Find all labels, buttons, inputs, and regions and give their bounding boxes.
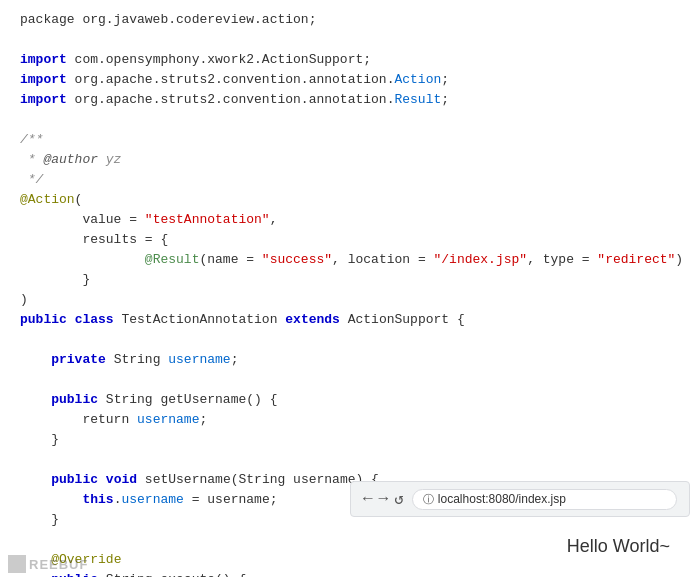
token: public xyxy=(51,392,98,407)
token: ; xyxy=(441,92,449,107)
token: String execute() { xyxy=(98,572,246,577)
token: , location = xyxy=(332,252,433,267)
back-button[interactable]: ← xyxy=(363,490,373,508)
token: import xyxy=(20,92,67,107)
token: "/index.jsp" xyxy=(434,252,528,267)
token: username xyxy=(168,352,230,367)
token: @Result xyxy=(145,252,200,267)
code-content: } xyxy=(20,270,680,290)
token: , xyxy=(270,212,278,227)
token: org.apache.struts2.convention.annotation… xyxy=(67,72,395,87)
code-line: import com.opensymphony.xwork2.ActionSup… xyxy=(0,50,690,70)
token xyxy=(20,252,145,267)
code-content: import org.apache.struts2.convention.ann… xyxy=(20,70,680,90)
token: @Action xyxy=(20,192,75,207)
code-line xyxy=(0,330,690,350)
code-line: @Result(name = "success", location = "/i… xyxy=(0,250,690,270)
code-content: } xyxy=(20,430,680,450)
token: (name = xyxy=(199,252,261,267)
token: Action xyxy=(394,72,441,87)
token: String getUsername() { xyxy=(98,392,277,407)
code-line: results = { xyxy=(0,230,690,250)
token: TestActionAnnotation xyxy=(114,312,286,327)
url-text: localhost:8080/index.jsp xyxy=(438,492,566,506)
token: void xyxy=(106,472,137,487)
token: ) xyxy=(20,292,28,307)
token: ActionSupport { xyxy=(340,312,465,327)
code-line: ) xyxy=(0,290,690,310)
code-content: package org.javaweb.codereview.action; xyxy=(20,10,680,30)
token: = username; xyxy=(184,492,278,507)
code-line: public String getUsername() { xyxy=(0,390,690,410)
token: "redirect" xyxy=(597,252,675,267)
token xyxy=(20,392,51,407)
token: username xyxy=(121,492,183,507)
watermark-icon xyxy=(8,555,26,573)
token: import xyxy=(20,72,67,87)
reload-button[interactable]: ↺ xyxy=(394,489,404,509)
watermark-text: REEBUF xyxy=(29,557,88,572)
code-line: public String execute() { xyxy=(0,570,690,577)
token: , type = xyxy=(527,252,597,267)
token: value = xyxy=(20,212,145,227)
code-content: ) xyxy=(20,290,680,310)
token: ; xyxy=(231,352,239,367)
code-line: * @author yz xyxy=(0,150,690,170)
forward-button[interactable]: → xyxy=(379,490,389,508)
code-line xyxy=(0,450,690,470)
code-line: */ xyxy=(0,170,690,190)
code-line: private String username; xyxy=(0,350,690,370)
token: com.opensymphony.xwork2.ActionSupport; xyxy=(67,52,371,67)
code-content: import com.opensymphony.xwork2.ActionSup… xyxy=(20,50,680,70)
token: extends xyxy=(285,312,340,327)
token: return xyxy=(20,412,137,427)
token: ; xyxy=(199,412,207,427)
code-content: import org.apache.struts2.convention.ann… xyxy=(20,90,680,110)
code-line: public class TestActionAnnotation extend… xyxy=(0,310,690,330)
token: package org.javaweb.codereview.action; xyxy=(20,12,316,27)
token xyxy=(20,492,82,507)
code-line xyxy=(0,30,690,50)
code-content: value = "testAnnotation", xyxy=(20,210,680,230)
code-content: * @author yz xyxy=(20,150,680,170)
token: ; xyxy=(441,72,449,87)
token: } xyxy=(20,512,59,527)
token: "success" xyxy=(262,252,332,267)
code-line: import org.apache.struts2.convention.ann… xyxy=(0,90,690,110)
token: org.apache.struts2.convention.annotation… xyxy=(67,92,395,107)
token: String xyxy=(106,352,168,367)
token: @author xyxy=(43,152,98,167)
token: Result xyxy=(394,92,441,107)
code-content: @Action( xyxy=(20,190,680,210)
hello-world-text: Hello World~ xyxy=(567,536,670,557)
token: public xyxy=(51,472,98,487)
address-bar[interactable]: ⓘ localhost:8080/index.jsp xyxy=(412,489,677,510)
code-content: */ xyxy=(20,170,680,190)
code-content: /** xyxy=(20,130,680,150)
code-line: } xyxy=(0,270,690,290)
token: import xyxy=(20,52,67,67)
token: results = { xyxy=(20,232,168,247)
token: this xyxy=(82,492,113,507)
token xyxy=(98,472,106,487)
code-line xyxy=(0,370,690,390)
token: } xyxy=(20,432,59,447)
token: } xyxy=(20,272,90,287)
token xyxy=(20,472,51,487)
token: "testAnnotation" xyxy=(145,212,270,227)
code-line: /** xyxy=(0,130,690,150)
code-line: return username; xyxy=(0,410,690,430)
browser-bar[interactable]: ← → ↺ ⓘ localhost:8080/index.jsp xyxy=(350,481,690,517)
browser-nav: ← → ↺ xyxy=(363,489,404,509)
token: public xyxy=(20,312,67,327)
token xyxy=(67,312,75,327)
code-content: public String execute() { xyxy=(20,570,680,577)
code-content: public String getUsername() { xyxy=(20,390,680,410)
code-line: } xyxy=(0,430,690,450)
token: setUsername(String username) { xyxy=(137,472,379,487)
code-line: value = "testAnnotation", xyxy=(0,210,690,230)
code-content: results = { xyxy=(20,230,680,250)
token: class xyxy=(75,312,114,327)
code-content: public class TestActionAnnotation extend… xyxy=(20,310,680,330)
code-content: private String username; xyxy=(20,350,680,370)
